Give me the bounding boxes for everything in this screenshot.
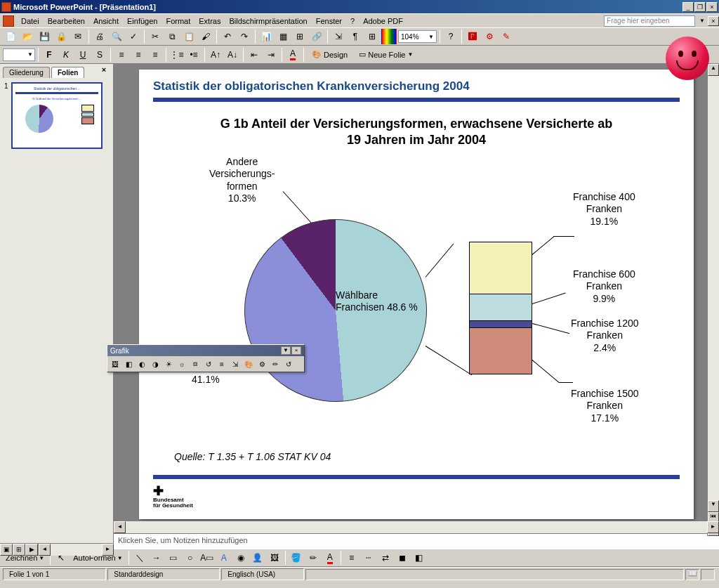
window-minimize-button[interactable]: _ xyxy=(682,2,694,12)
sorter-view-icon[interactable]: ⊞ xyxy=(13,544,25,556)
menu-bildschirmpraesentation[interactable]: Bildschirmpräsentation xyxy=(225,15,311,27)
insert-picture-icon[interactable]: 🖼 xyxy=(109,358,121,370)
new-file-icon[interactable]: 📄 xyxy=(3,29,18,44)
increase-font-icon[interactable]: A↑ xyxy=(208,47,223,63)
align-left-icon[interactable]: ≡ xyxy=(114,47,129,63)
font-size-input[interactable]: ▼ xyxy=(3,48,35,61)
menu-format[interactable]: Format xyxy=(161,15,194,27)
tab-slides[interactable]: Folien xyxy=(51,67,84,78)
insert-image-icon[interactable]: 🖼 xyxy=(267,550,282,566)
design-button[interactable]: 🎨Design xyxy=(307,47,352,63)
scroll-down-icon[interactable]: ▼ xyxy=(708,500,719,512)
3d-style-icon[interactable]: ◧ xyxy=(411,550,427,566)
panel-close-button[interactable]: × xyxy=(99,65,109,75)
slide-thumbnail[interactable]: Statistik der obligatorischen... G 1b An… xyxy=(11,82,103,149)
crop-icon[interactable]: ⧈ xyxy=(189,358,202,370)
print-icon[interactable]: 🖨 xyxy=(92,29,107,44)
decrease-font-icon[interactable]: A↓ xyxy=(225,47,240,63)
status-language[interactable]: Englisch (USA) xyxy=(221,568,304,580)
arrow-style-icon[interactable]: ⇄ xyxy=(378,550,393,566)
dash-style-icon[interactable]: ┄ xyxy=(361,550,376,566)
diagram-icon[interactable]: ◉ xyxy=(233,550,249,566)
line-style-icon[interactable]: ≡ xyxy=(216,358,228,370)
recolor-icon[interactable]: 🎨 xyxy=(242,358,255,370)
decrease-indent-icon[interactable]: ⇤ xyxy=(246,47,262,63)
bold-icon[interactable]: F xyxy=(41,47,57,63)
help-search-input[interactable]: Frage hier eingeben xyxy=(604,15,695,27)
menu-datei[interactable]: Datei xyxy=(17,15,44,27)
more-brightness-icon[interactable]: ☀ xyxy=(162,358,175,370)
grafik-close-icon[interactable]: × xyxy=(291,346,301,355)
bullets-icon[interactable]: •≡ xyxy=(186,47,202,63)
slide-content[interactable]: Statistik der obligatorischen Krankenver… xyxy=(139,70,694,519)
fill-color-icon[interactable]: 🪣 xyxy=(289,550,304,566)
font-color-icon[interactable]: A xyxy=(285,47,301,63)
paste-icon[interactable]: 📋 xyxy=(181,29,197,44)
help-dropdown-icon[interactable]: ▼ xyxy=(699,18,705,24)
slideshow-view-icon[interactable]: ▶ xyxy=(25,544,38,556)
clipart-icon[interactable]: 👤 xyxy=(250,550,265,566)
pdf-convert-icon[interactable]: 🅿 xyxy=(465,29,480,44)
format-painter-icon[interactable]: 🖌 xyxy=(198,29,213,44)
email-icon[interactable]: ✉ xyxy=(70,29,86,44)
insert-chart-icon[interactable]: 📊 xyxy=(258,29,274,44)
doc-close-button[interactable]: × xyxy=(708,16,719,26)
cut-icon[interactable]: ✂ xyxy=(147,29,163,44)
grafik-toolbar-title[interactable]: Grafik ▼ × xyxy=(107,345,304,356)
rectangle-icon[interactable]: ▭ xyxy=(166,550,181,566)
menu-adobe-pdf[interactable]: Adobe PDF xyxy=(359,15,407,27)
status-spellcheck-icon[interactable]: 📖 xyxy=(685,569,699,580)
save-icon[interactable]: 💾 xyxy=(37,29,52,44)
assistant-smiley-icon[interactable] xyxy=(666,37,709,80)
window-restore-button[interactable]: ❐ xyxy=(694,2,706,12)
show-grid-icon[interactable]: ⊞ xyxy=(364,29,380,44)
numbering-icon[interactable]: ⋮≡ xyxy=(169,47,185,63)
grafik-toolbar[interactable]: Grafik ▼ × 🖼 ◧ ◐ ◑ ☀ ☼ ⧈ ↺ ≡ ⇲ 🎨 ⚙ ✏ ↺ xyxy=(107,344,305,372)
slide-canvas[interactable]: Statistik der obligatorischen Krankenver… xyxy=(114,64,719,521)
panel-scrollbar[interactable]: ◄ ► xyxy=(39,544,114,556)
compress-icon[interactable]: ⇲ xyxy=(229,358,242,370)
spellcheck-icon[interactable]: ✓ xyxy=(126,29,141,44)
horizontal-scrollbar[interactable]: ◄ ► xyxy=(114,521,719,533)
arrow-icon[interactable]: → xyxy=(149,550,164,566)
more-contrast-icon[interactable]: ◐ xyxy=(136,358,148,370)
insert-hyperlink-icon[interactable]: 🔗 xyxy=(309,29,324,44)
wordart-icon[interactable]: A xyxy=(216,550,232,566)
help-icon[interactable]: ? xyxy=(443,29,459,44)
vertical-scrollbar[interactable]: ▲ ▼ ⏮ ⏭ xyxy=(707,64,719,536)
menu-einfuegen[interactable]: Einfügen xyxy=(123,15,161,27)
copy-icon[interactable]: ⧉ xyxy=(164,29,180,44)
shadow-icon[interactable]: S xyxy=(92,47,107,63)
less-brightness-icon[interactable]: ☼ xyxy=(176,358,188,370)
line-icon[interactable]: ＼ xyxy=(132,550,147,566)
less-contrast-icon[interactable]: ◑ xyxy=(149,358,161,370)
window-close-button[interactable]: × xyxy=(706,2,718,12)
tables-borders-icon[interactable]: ⊞ xyxy=(292,29,308,44)
scroll-up-icon[interactable]: ▲ xyxy=(708,64,719,76)
redo-icon[interactable]: ↷ xyxy=(237,29,252,44)
italic-icon[interactable]: K xyxy=(58,47,74,63)
undo-icon[interactable]: ↶ xyxy=(220,29,235,44)
align-right-icon[interactable]: ≡ xyxy=(147,47,163,63)
menu-extras[interactable]: Extras xyxy=(194,15,225,27)
menu-bearbeiten[interactable]: Bearbeiten xyxy=(44,15,89,27)
transparent-color-icon[interactable]: ✏ xyxy=(269,358,282,370)
show-formatting-icon[interactable]: ¶ xyxy=(348,29,363,44)
menu-help[interactable]: ? xyxy=(346,15,359,27)
normal-view-icon[interactable]: ▣ xyxy=(0,544,13,556)
format-picture-icon[interactable]: ⚙ xyxy=(256,358,268,370)
pdf-review-icon[interactable]: ✎ xyxy=(499,29,514,44)
grafik-options-icon[interactable]: ▼ xyxy=(281,346,291,355)
new-slide-button[interactable]: ▭Neue Folie▼ xyxy=(354,47,418,63)
insert-table-icon[interactable]: ▦ xyxy=(275,29,291,44)
reset-picture-icon[interactable]: ↺ xyxy=(282,358,295,370)
menu-fenster[interactable]: Fenster xyxy=(312,15,346,27)
font-color-icon2[interactable]: A xyxy=(322,550,338,566)
print-preview-icon[interactable]: 🔍 xyxy=(109,29,124,44)
textbox-icon[interactable]: A▭ xyxy=(199,550,215,566)
oval-icon[interactable]: ○ xyxy=(183,550,198,566)
notes-pane[interactable]: Klicken Sie, um Notizen hinzuzufügen xyxy=(114,533,719,549)
zoom-input[interactable]: 104%▼ xyxy=(398,30,437,43)
line-weight-icon[interactable]: ≡ xyxy=(344,550,360,566)
color-icon[interactable] xyxy=(381,29,397,44)
